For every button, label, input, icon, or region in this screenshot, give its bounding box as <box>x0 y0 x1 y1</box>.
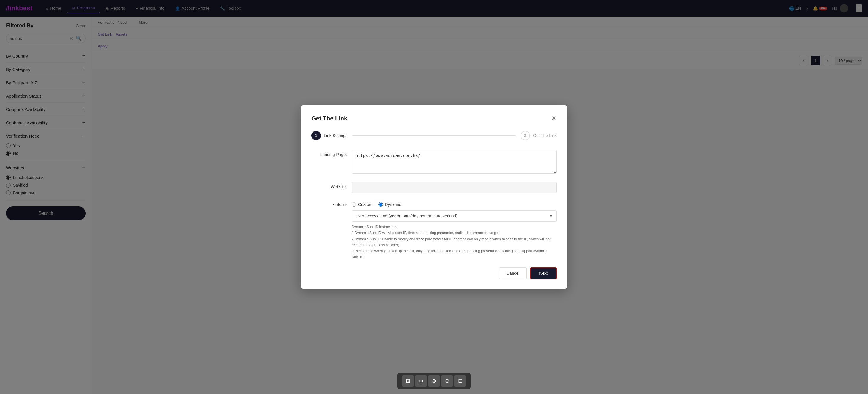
subid-custom-option[interactable]: Custom <box>352 202 372 207</box>
get-link-modal: Get The Link ✕ 1 Link Settings 2 Get The… <box>301 105 567 289</box>
subid-custom-radio[interactable] <box>352 202 356 207</box>
website-label: Website: <box>311 182 347 189</box>
modal-footer: Cancel Next <box>311 267 557 279</box>
toolbar-fit-button[interactable]: ⊟ <box>454 375 466 387</box>
subid-dropdown[interactable]: User access time (year/month/day hour:mi… <box>352 210 557 222</box>
website-row: Website: <box>311 182 557 193</box>
modal-header: Get The Link ✕ <box>311 115 557 122</box>
cancel-button[interactable]: Cancel <box>499 267 527 279</box>
step-1: 1 Link Settings <box>311 131 347 140</box>
subid-wrap: Custom Dynamic User access time (year/mo… <box>352 200 557 260</box>
subid-dynamic-option[interactable]: Dynamic <box>378 202 401 207</box>
toolbar-image-button[interactable]: ⊞ <box>402 375 414 387</box>
subid-dropdown-wrap: User access time (year/month/day hour:mi… <box>352 210 557 222</box>
bottom-toolbar: ⊞ 1:1 ⊕ ⊖ ⊟ <box>397 373 471 389</box>
toolbar-zoom-out-button[interactable]: ⊖ <box>441 375 453 387</box>
landing-page-label: Landing Page: <box>311 150 347 157</box>
toolbar-ratio-button[interactable]: 1:1 <box>415 375 427 387</box>
modal-overlay[interactable]: Get The Link ✕ 1 Link Settings 2 Get The… <box>0 0 868 394</box>
landing-page-input[interactable]: https://www.adidas.com.hk/ <box>352 150 557 174</box>
step1-label: Link Settings <box>324 133 347 138</box>
subid-row: Sub-ID: Custom Dynamic User access time <box>311 200 557 260</box>
website-input[interactable] <box>352 182 557 193</box>
toolbar-zoom-in-button[interactable]: ⊕ <box>428 375 440 387</box>
next-button[interactable]: Next <box>530 267 557 279</box>
dropdown-arrow-icon: ▼ <box>549 214 553 218</box>
step2-circle: 2 <box>521 131 530 140</box>
subid-radio-group: Custom Dynamic <box>352 200 557 207</box>
landing-page-row: Landing Page: https://www.adidas.com.hk/ <box>311 150 557 175</box>
step1-circle: 1 <box>311 131 321 140</box>
modal-steps: 1 Link Settings 2 Get The Link <box>311 131 557 140</box>
subid-label: Sub-ID: <box>311 200 347 207</box>
modal-close-button[interactable]: ✕ <box>551 115 557 122</box>
landing-page-wrap: https://www.adidas.com.hk/ <box>352 150 557 175</box>
dynamic-instructions: Dynamic Sub_ID instructions: 1.Dynamic S… <box>352 222 557 260</box>
subid-dynamic-radio[interactable] <box>378 202 383 207</box>
step2-label: Get The Link <box>533 133 557 138</box>
modal-title: Get The Link <box>311 115 347 122</box>
step-connector <box>352 135 516 136</box>
website-wrap <box>352 182 557 193</box>
step-2: 2 Get The Link <box>521 131 557 140</box>
